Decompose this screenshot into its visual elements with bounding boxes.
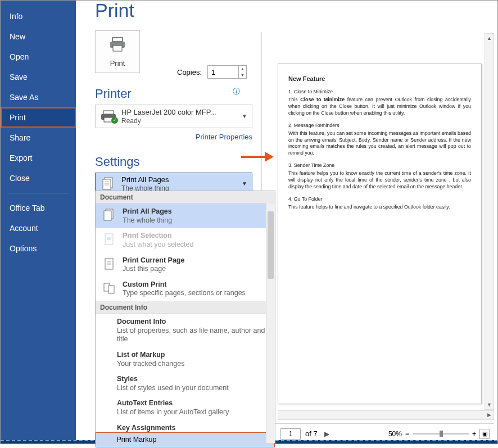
page-selection-icon <box>101 232 117 247</box>
sidebar-item-info[interactable]: Info <box>1 6 76 26</box>
svg-rect-2 <box>113 46 122 51</box>
doc-sec4: 4. Go To Folder <box>288 196 471 202</box>
opt-print-markup[interactable]: Print Markup <box>96 432 275 447</box>
chevron-down-icon: ▼ <box>242 113 247 119</box>
zoom-in-button[interactable]: + <box>472 430 476 438</box>
app-root: Info New Open Save Save As Print Share E… <box>0 0 498 444</box>
sidebar-item-print[interactable]: Print <box>1 107 76 128</box>
copies-label: Copies: <box>177 68 202 76</box>
pages-custom-icon <box>101 280 117 296</box>
scroll-up-icon[interactable]: ▲ <box>485 34 494 43</box>
zoom-out-button[interactable]: − <box>405 430 409 438</box>
svg-point-3 <box>122 42 124 44</box>
scroll-down-icon[interactable]: ▼ <box>485 400 494 409</box>
svg-rect-0 <box>112 38 123 42</box>
sidebar-item-saveas[interactable]: Save As <box>1 87 76 107</box>
copies-down-icon[interactable]: ▼ <box>239 72 246 78</box>
settings-heading: Settings <box>95 155 252 169</box>
doc-heading: New Feature <box>288 75 471 82</box>
info-icon[interactable]: ⓘ <box>233 87 240 97</box>
main-area: Print Print Copies: 1 ▲▼ ⓘ <box>76 1 497 444</box>
backstage-sidebar: Info New Open Save Save As Print Share E… <box>1 1 76 444</box>
pages-icon <box>101 207 117 223</box>
zoom-label: 50% <box>388 430 402 438</box>
svg-rect-15 <box>107 237 111 240</box>
svg-rect-13 <box>104 211 111 220</box>
doc-sec2: 2. Message Reminders <box>288 123 471 128</box>
next-page-button[interactable]: ▶ <box>322 429 332 439</box>
print-what-dropdown: Document Print All PagesThe whole thing … <box>95 191 275 444</box>
print-button[interactable]: Print <box>95 30 140 73</box>
sidebar-item-export[interactable]: Export <box>1 148 76 168</box>
doc-sec1: 1. Close to Minimize <box>288 89 471 94</box>
page-count-label: of 7 <box>305 429 318 438</box>
sidebar-item-share[interactable]: Share <box>1 128 76 148</box>
sidebar-separator <box>8 193 68 193</box>
opt-print-selection: Print SelectionJust what you selected <box>96 228 275 252</box>
page-title: Print <box>95 0 252 21</box>
pages-icon <box>100 176 116 192</box>
scroll-right-icon[interactable]: ▶ <box>485 411 494 419</box>
printer-icon <box>108 37 126 55</box>
copies-value: 1 <box>208 68 238 76</box>
annotation-arrow-icon <box>240 150 274 164</box>
opt-print-current-page[interactable]: Print Current PageJust this page <box>96 253 275 277</box>
sidebar-item-close[interactable]: Close <box>1 168 76 188</box>
sidebar-item-save[interactable]: Save <box>1 67 76 87</box>
print-button-label: Print <box>110 59 125 67</box>
dropdown-scrollbar[interactable] <box>266 203 275 443</box>
printer-select[interactable]: ✓ HP LaserJet 200 color MFP... Ready ▼ <box>95 105 252 128</box>
preview-page: New Feature 1. Close to Minimize This Cl… <box>278 64 482 404</box>
printer-name: HP LaserJet 200 color MFP... <box>121 108 216 117</box>
opt-key-assignments[interactable]: Key Assignments <box>96 420 275 433</box>
svg-rect-4 <box>103 111 114 114</box>
check-icon: ✓ <box>111 117 118 124</box>
svg-marker-23 <box>265 152 274 162</box>
page-number-field[interactable]: 1 <box>280 428 301 440</box>
copies-up-icon[interactable]: ▲ <box>239 66 246 72</box>
preview-hscrollbar[interactable]: ▶ <box>278 410 494 420</box>
preview-vscrollbar[interactable]: ▲ ▼ <box>485 33 494 410</box>
opt-document-info[interactable]: Document InfoList of properties, such as… <box>96 314 275 347</box>
svg-rect-16 <box>105 259 113 269</box>
print-what-title: Print All Pages <box>121 175 169 184</box>
opt-custom-print[interactable]: Custom PrintType specific pages, section… <box>96 277 275 301</box>
opt-print-all-pages[interactable]: Print All PagesThe whole thing <box>96 204 275 228</box>
fit-to-window-button[interactable]: ▣ <box>479 429 490 439</box>
zoom-slider[interactable] <box>413 433 469 435</box>
page-icon <box>101 256 117 272</box>
printer-heading: Printer <box>95 87 252 101</box>
print-preview: ▲ ▼ ▶ New Feature 1. Close to Minimize T… <box>261 32 494 444</box>
print-panel: Print Print Copies: 1 ▲▼ ⓘ <box>76 1 261 444</box>
copies-stepper[interactable]: 1 ▲▼ <box>207 65 247 79</box>
sidebar-item-options[interactable]: Options <box>1 238 76 259</box>
dropdown-group-document: Document <box>96 191 275 204</box>
chevron-down-icon: ▼ <box>242 180 247 187</box>
sidebar-item-new[interactable]: New <box>1 26 76 47</box>
doc-sec3: 3. Sender Time Zone <box>288 162 471 168</box>
sidebar-item-open[interactable]: Open <box>1 47 76 67</box>
sidebar-item-officetab[interactable]: Office Tab <box>1 198 76 218</box>
opt-autotext-entries[interactable]: AutoText EntriesList of items in your Au… <box>96 396 275 420</box>
printer-status: Ready <box>121 117 216 125</box>
printer-icon: ✓ <box>100 110 117 123</box>
sidebar-item-account[interactable]: Account <box>1 218 76 238</box>
printer-properties-link[interactable]: Printer Properties <box>95 133 252 141</box>
opt-list-of-markup[interactable]: List of MarkupYour tracked changes <box>96 347 275 372</box>
svg-rect-8 <box>103 179 111 189</box>
opt-styles[interactable]: StylesList of styles used in your docume… <box>96 372 275 396</box>
svg-rect-21 <box>108 286 114 293</box>
dropdown-group-docinfo: Document Info <box>96 301 275 314</box>
